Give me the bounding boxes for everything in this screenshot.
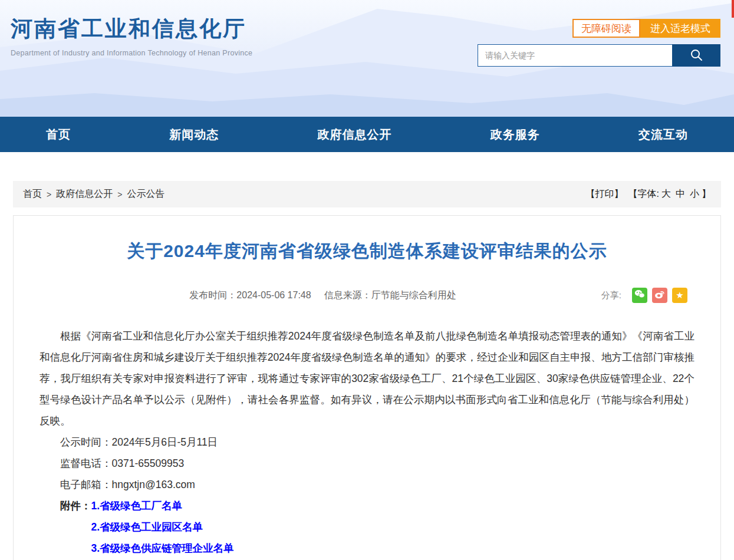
- nav-item-news[interactable]: 新闻动态: [169, 127, 219, 143]
- publish-time-label: 发布时间：: [189, 290, 236, 300]
- site-subtitle: Department of Industry and Information T…: [11, 49, 252, 57]
- main-nav: 首页 新闻动态 政府信息公开 政务服务 交流互动: [0, 117, 734, 152]
- search-button[interactable]: [672, 44, 720, 67]
- attachment-links: 1.省级绿色工厂名单 2.省级绿色工业园区名单 3.省级绿色供应链管理企业名单 …: [91, 495, 234, 560]
- share-label: 分享:: [601, 290, 621, 301]
- header-controls: 无障碍阅读 进入适老模式: [478, 19, 720, 67]
- search-icon: [689, 48, 703, 64]
- breadcrumb-bar: 首页 > 政府信息公开 > 公示公告 【打印】 【字体: 大 中 小 】: [13, 181, 721, 207]
- attachments-label: 附件：: [60, 495, 91, 560]
- font-size-large-button[interactable]: 大: [661, 188, 671, 200]
- breadcrumb-separator: >: [47, 190, 51, 199]
- nav-item-home[interactable]: 首页: [46, 127, 71, 143]
- source-label: 信息来源：: [324, 290, 371, 300]
- nav-item-services[interactable]: 政务服务: [491, 127, 540, 143]
- share-weibo-button[interactable]: [652, 288, 667, 303]
- attachment-link-green-supply-chain[interactable]: 3.省级绿色供应链管理企业名单: [91, 538, 234, 559]
- article-paragraph: 根据《河南省工业和信息化厅办公室关于组织推荐2024年度省级绿色制造名单及前八批…: [40, 325, 694, 431]
- font-size-medium-button[interactable]: 中: [676, 188, 685, 200]
- clipped-side-widget: [732, 0, 734, 18]
- email-line: 电子邮箱：hngxtjn@163.com: [40, 474, 694, 495]
- nav-item-interaction[interactable]: 交流互动: [638, 127, 688, 143]
- site-logo: 河南省工业和信息化厅 Department of Industry and In…: [11, 14, 252, 57]
- share-qzone-button[interactable]: ★: [672, 288, 687, 303]
- notice-period-line: 公示时间：2024年5月6日-5月11日: [40, 431, 694, 453]
- elder-mode-button[interactable]: 进入适老模式: [640, 19, 720, 38]
- article-body: 根据《河南省工业和信息化厅办公室关于组织推荐2024年度省级绿色制造名单及前八批…: [40, 325, 694, 560]
- supervision-phone-line: 监督电话：0371-65509953: [40, 453, 694, 474]
- print-button[interactable]: 【打印】: [586, 188, 624, 200]
- page-title: 关于2024年度河南省省级绿色制造体系建设评审结果的公示: [40, 239, 694, 263]
- font-size-small-button[interactable]: 小: [690, 188, 699, 200]
- search-input[interactable]: [478, 44, 672, 67]
- article-meta: 发布时间：2024-05-06 17:48信息来源：厅节能与综合利用处: [189, 289, 456, 302]
- site-title: 河南省工业和信息化厅: [11, 14, 252, 44]
- attachment-link-green-factories[interactable]: 1.省级绿色工厂名单: [91, 495, 234, 516]
- breadcrumb-gov-info[interactable]: 政府信息公开: [56, 188, 113, 200]
- attachment-link-green-parks[interactable]: 2.省级绿色工业园区名单: [91, 516, 234, 538]
- page-tools: 【打印】 【字体: 大 中 小 】: [586, 188, 711, 200]
- breadcrumb-notices[interactable]: 公示公告: [127, 188, 164, 200]
- wechat-icon: [634, 289, 645, 301]
- share-wechat-button[interactable]: [632, 288, 647, 303]
- breadcrumb-separator: >: [117, 190, 122, 199]
- breadcrumb: 首页 > 政府信息公开 > 公示公告: [23, 188, 164, 200]
- breadcrumb-home[interactable]: 首页: [23, 188, 42, 200]
- article-meta-row: 发布时间：2024-05-06 17:48信息来源：厅节能与综合利用处 分享:: [40, 286, 694, 304]
- header-button-row: 无障碍阅读 进入适老模式: [478, 19, 720, 38]
- accessibility-reading-button[interactable]: 无障碍阅读: [572, 19, 640, 38]
- star-icon: ★: [676, 290, 683, 301]
- search-bar: [478, 44, 720, 67]
- font-size-label: 【字体:: [628, 188, 659, 200]
- weibo-icon: [654, 289, 665, 301]
- share-block: 分享:: [601, 288, 687, 303]
- nav-item-gov-info[interactable]: 政府信息公开: [318, 127, 392, 143]
- font-size-label-close: 】: [702, 188, 711, 200]
- source-value: 厅节能与综合利用处: [371, 290, 456, 300]
- publish-time: 2024-05-06 17:48: [236, 290, 311, 300]
- site-header: 河南省工业和信息化厅 Department of Industry and In…: [0, 0, 734, 117]
- attachments-block: 附件： 1.省级绿色工厂名单 2.省级绿色工业园区名单 3.省级绿色供应链管理企…: [40, 495, 694, 560]
- article-card: 关于2024年度河南省省级绿色制造体系建设评审结果的公示 发布时间：2024-0…: [13, 215, 721, 560]
